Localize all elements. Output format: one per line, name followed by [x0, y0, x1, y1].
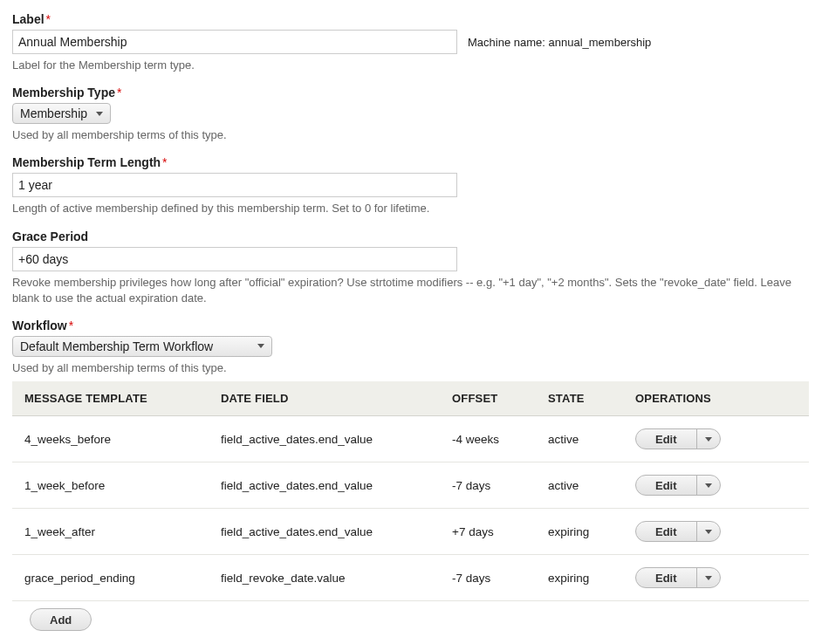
th-operations: OPERATIONS [623, 381, 809, 416]
chevron-down-icon [705, 576, 712, 580]
workflow-desc: Used by all membership terms of this typ… [12, 360, 803, 376]
chevron-down-icon [257, 344, 264, 348]
grace-input[interactable] [12, 247, 457, 271]
cell-operations: Edit [623, 509, 809, 555]
edit-dropbutton[interactable]: Edit [635, 475, 721, 496]
cell-date-field: field_active_dates.end_value [209, 416, 440, 462]
dropbutton-toggle[interactable] [697, 522, 720, 541]
cell-offset: -4 weeks [440, 416, 536, 462]
term-length-desc: Length of active membership defined by t… [12, 201, 803, 216]
edit-button[interactable]: Edit [636, 476, 697, 495]
chevron-down-icon [705, 437, 712, 442]
form-item-membership-type: Membership Type* Membership Used by all … [12, 86, 803, 143]
cell-operations: Edit [623, 555, 809, 601]
edit-button[interactable]: Edit [636, 568, 697, 587]
th-offset: OFFSET [440, 381, 536, 416]
required-marker: * [69, 319, 73, 332]
form-item-workflow: Workflow* Default Membership Term Workfl… [12, 319, 803, 376]
table-row: 4_weeks_beforefield_active_dates.end_val… [12, 416, 809, 462]
required-marker: * [117, 86, 121, 99]
workflow-value: Default Membership Term Workflow [20, 339, 213, 353]
table-header-row: MESSAGE TEMPLATE DATE FIELD OFFSET STATE… [12, 381, 809, 416]
chevron-down-icon [705, 530, 712, 534]
label-input[interactable] [12, 30, 457, 54]
cell-state: expiring [536, 555, 623, 601]
membership-type-value: Membership [20, 106, 87, 120]
membership-type-label: Membership Type* [12, 86, 803, 99]
cell-template: 1_week_after [12, 509, 209, 555]
term-length-label: Membership Term Length* [12, 155, 803, 169]
cell-offset: -7 days [440, 462, 536, 509]
messages-table: MESSAGE TEMPLATE DATE FIELD OFFSET STATE… [12, 381, 809, 601]
workflow-select[interactable]: Default Membership Term Workflow [12, 336, 272, 357]
label-label: Label* [12, 12, 803, 26]
form-item-term-length: Membership Term Length* Length of active… [12, 155, 803, 216]
cell-date-field: field_active_dates.end_value [209, 462, 440, 509]
workflow-label: Workflow* [12, 319, 803, 332]
cell-operations: Edit [623, 462, 809, 509]
grace-desc: Revoke membership privileges how long af… [12, 275, 803, 306]
cell-state: active [536, 462, 623, 509]
form-item-label: Label* Machine name: annual_membership L… [12, 12, 803, 73]
cell-state: expiring [536, 509, 623, 555]
th-date-field: DATE FIELD [209, 381, 440, 416]
cell-offset: +7 days [440, 509, 536, 555]
cell-offset: -7 days [440, 555, 536, 601]
add-button[interactable]: Add [30, 608, 92, 631]
edit-dropbutton[interactable]: Edit [635, 521, 721, 542]
form-item-grace: Grace Period Revoke membership privilege… [12, 230, 803, 306]
edit-button[interactable]: Edit [636, 522, 697, 541]
cell-state: active [536, 416, 623, 462]
machine-name: Machine name: annual_membership [468, 36, 651, 49]
cell-date-field: field_active_dates.end_value [209, 509, 440, 555]
cell-operations: Edit [623, 416, 809, 462]
label-desc: Label for the Membership term type. [12, 58, 803, 73]
required-marker: * [162, 155, 167, 169]
th-state: STATE [536, 381, 623, 416]
cell-template: 4_weeks_before [12, 416, 209, 462]
edit-dropbutton[interactable]: Edit [635, 567, 721, 588]
dropbutton-toggle[interactable] [697, 568, 720, 587]
dropbutton-toggle[interactable] [697, 476, 720, 495]
membership-type-desc: Used by all membership terms of this typ… [12, 127, 803, 143]
membership-type-select[interactable]: Membership [12, 103, 111, 124]
th-template: MESSAGE TEMPLATE [12, 381, 209, 416]
label-label-text: Label [12, 12, 45, 26]
table-row: 1_week_afterfield_active_dates.end_value… [12, 509, 809, 555]
cell-template: grace_period_ending [12, 555, 209, 601]
cell-date-field: field_revoke_date.value [209, 555, 440, 601]
required-marker: * [46, 12, 51, 26]
dropbutton-toggle[interactable] [697, 429, 720, 449]
grace-label: Grace Period [12, 230, 803, 243]
chevron-down-icon [96, 112, 103, 116]
table-row: 1_week_beforefield_active_dates.end_valu… [12, 462, 809, 509]
edit-dropbutton[interactable]: Edit [635, 428, 721, 449]
term-length-input[interactable] [12, 173, 457, 197]
chevron-down-icon [705, 483, 712, 488]
cell-template: 1_week_before [12, 462, 209, 509]
table-row: grace_period_endingfield_revoke_date.val… [12, 555, 809, 601]
edit-button[interactable]: Edit [636, 429, 697, 449]
